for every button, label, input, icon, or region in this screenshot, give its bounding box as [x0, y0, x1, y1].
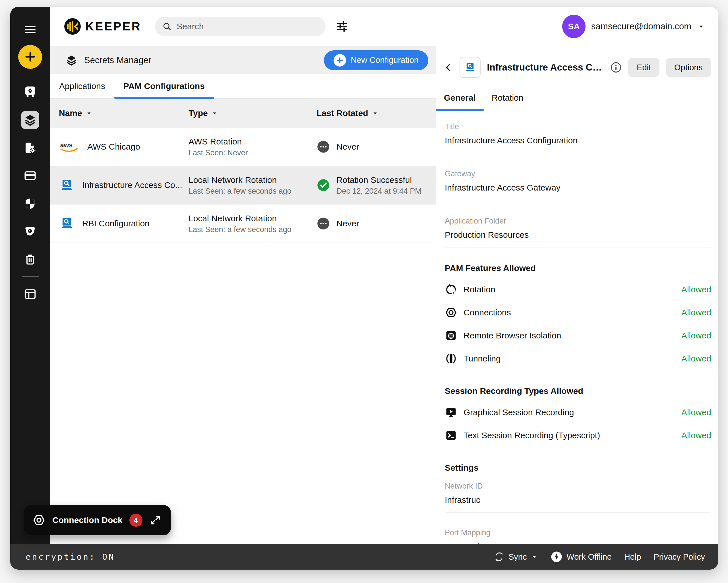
sort-caret-icon [372, 110, 379, 117]
rotation-icon [445, 283, 457, 296]
feature-row-text-recording: Text Session Recording (Typescript) Allo… [445, 424, 711, 447]
table-row[interactable]: RBI Configuration Local Network Rotation… [50, 204, 436, 243]
row-name: RBI Configuration [82, 219, 150, 228]
encryption-status: encryption: ON [26, 552, 115, 562]
account-menu[interactable]: SA samsecure@domain.com [562, 15, 705, 38]
field-gateway: Gateway Infrastructure Access Gateway [445, 153, 711, 200]
aws-logo-icon: aws [59, 140, 80, 154]
detail-title: Infrastructure Access Co... [487, 62, 604, 73]
options-button[interactable]: Options [666, 58, 711, 77]
field-title: Title Infrastructure Access Configuratio… [445, 112, 711, 153]
section-heading-settings: Settings [445, 463, 711, 473]
row-status: Never [336, 218, 359, 229]
field-value: Infrastructure Access Gateway [445, 183, 711, 193]
help-label: Help [624, 552, 641, 562]
payment-cards-icon[interactable] [21, 167, 39, 185]
secrets-manager-icon[interactable] [21, 111, 39, 129]
row-type: Local Network Rotation [188, 213, 316, 224]
table-row[interactable]: aws AWS Chicago AWS Rotation Last Seen: … [50, 128, 436, 166]
field-value: Infrastructure Access Configuration [445, 136, 711, 145]
row-status: Never [336, 141, 359, 152]
remote-browser-isolation-icon [445, 329, 457, 342]
expand-icon[interactable] [149, 514, 161, 526]
detail-header: Infrastructure Access Co... Edit Options [436, 46, 718, 85]
section-heading-session-recording: Session Recording Types Allowed [445, 386, 711, 396]
table-row-selected[interactable]: Infrastructure Access Co... Local Networ… [50, 166, 436, 204]
browser-panel-icon[interactable] [21, 285, 39, 303]
help-link[interactable]: Help [624, 552, 641, 562]
vault-icon[interactable] [21, 82, 39, 101]
topbar: KEEPER SA samsecure [50, 7, 718, 46]
row-last-seen: Last Seen: a few seconds ago [188, 187, 316, 196]
row-status: Rotation Successful [336, 175, 421, 185]
field-label: Port Mapping [445, 528, 711, 537]
sync-icon [494, 552, 504, 562]
detail-panel: Infrastructure Access Co... Edit Options [436, 46, 718, 544]
new-configuration-label: New Configuration [350, 55, 419, 65]
tab-general[interactable]: General [436, 85, 484, 111]
status-pending-icon [316, 217, 330, 230]
column-header-type[interactable]: Type [188, 108, 316, 118]
panel-title-band: Secrets Manager New Configuration [50, 46, 436, 74]
status-pending-icon [316, 140, 330, 154]
field-network-id: Network ID Infrastruc [445, 478, 711, 512]
status-footer: encryption: ON Sync Work Offline [10, 544, 718, 569]
field-label: Network ID [445, 482, 711, 490]
feature-label: Tunneling [464, 354, 501, 363]
sync-button[interactable]: Sync [494, 552, 538, 562]
text-session-recording-icon [445, 429, 457, 442]
chevron-down-icon [697, 22, 705, 31]
connection-dock-label: Connection Dock [52, 515, 123, 525]
pam-laptop-icon [59, 216, 75, 231]
feature-label: Graphical Session Recording [464, 408, 574, 417]
status-allowed: Allowed [681, 331, 711, 340]
offline-bolt-icon [550, 551, 563, 563]
feature-row-remote-browser-isolation: Remote Browser Isolation Allowed [445, 324, 711, 347]
privacy-policy-link[interactable]: Privacy Policy [654, 552, 705, 562]
tab-rotation[interactable]: Rotation [484, 85, 531, 111]
trash-icon[interactable] [21, 250, 39, 269]
feature-label: Text Session Recording (Typescript) [464, 431, 600, 440]
search-box[interactable] [155, 17, 326, 36]
filter-sliders-icon[interactable] [336, 20, 348, 33]
record-icon-tile [460, 57, 480, 78]
list-tabs: Applications PAM Configurations [50, 74, 436, 99]
svg-text:aws: aws [60, 141, 73, 149]
field-application-folder: Application Folder Production Resources [445, 200, 711, 247]
feature-label: Remote Browser Isolation [464, 331, 561, 340]
menu-icon[interactable] [21, 21, 39, 39]
row-last-seen: Last Seen: Never [188, 148, 316, 157]
info-icon[interactable] [610, 61, 622, 73]
status-allowed: Allowed [681, 431, 711, 440]
add-button[interactable] [18, 45, 42, 69]
breachwatch-icon[interactable] [21, 222, 39, 240]
column-header-name[interactable]: Name [59, 108, 188, 118]
detail-body: Title Infrastructure Access Configuratio… [436, 111, 718, 544]
search-input[interactable] [176, 21, 318, 31]
security-audit-icon[interactable] [21, 195, 39, 213]
new-configuration-button[interactable]: New Configuration [324, 50, 428, 70]
feature-row-graphical-recording: Graphical Session Recording Allowed [445, 401, 711, 424]
secrets-manager-title-icon [66, 54, 77, 66]
detail-tabs: General Rotation [436, 85, 718, 111]
row-name: AWS Chicago [87, 142, 140, 152]
section-heading-pam-features: PAM Features Allowed [445, 263, 711, 273]
status-allowed: Allowed [681, 308, 711, 318]
privacy-policy-label: Privacy Policy [654, 552, 705, 562]
field-value: 2222=ssh [445, 542, 711, 544]
field-port-mapping: Port Mapping 2222=ssh [445, 512, 711, 544]
connection-count-badge: 4 [129, 514, 142, 527]
edit-button[interactable]: Edit [628, 58, 659, 77]
reports-icon[interactable] [21, 139, 39, 157]
feature-row-tunneling: Tunneling Allowed [445, 347, 711, 370]
connection-dock[interactable]: Connection Dock 4 [24, 505, 171, 535]
field-value: Infrastruc [445, 495, 711, 505]
tab-pam-configurations[interactable]: PAM Configurations [114, 74, 214, 98]
secrets-manager-panel: Secrets Manager New Configuration Applic… [50, 46, 436, 544]
back-chevron-icon[interactable] [443, 62, 453, 73]
column-header-last-rotated[interactable]: Last Rotated [316, 108, 428, 118]
tab-applications[interactable]: Applications [50, 74, 114, 98]
tunneling-icon [445, 352, 457, 365]
brand-wordmark: KEEPER [85, 20, 141, 33]
work-offline-button[interactable]: Work Offline [550, 551, 612, 563]
